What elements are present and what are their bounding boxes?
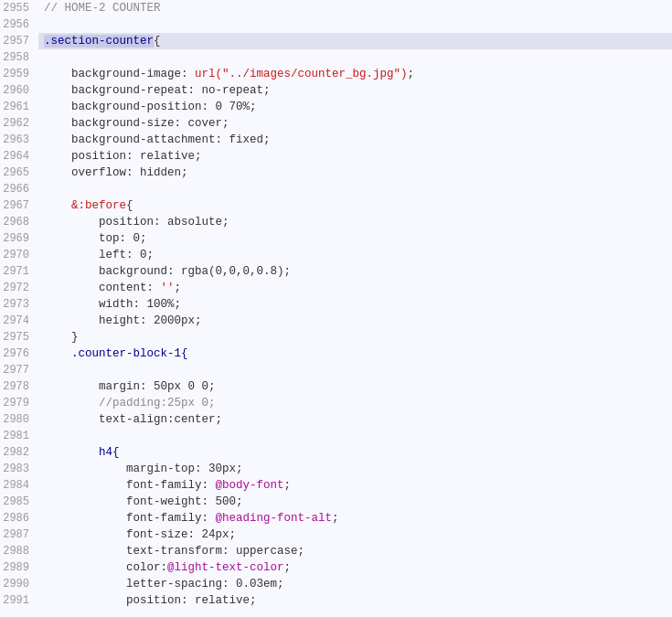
line-content[interactable]: top: 0; [38,230,672,247]
line-content[interactable]: } [38,329,672,346]
code-row: 2976 .counter-block-1{ [0,346,672,362]
line-content[interactable] [38,16,672,33]
code-table: 2955// HOME-2 COUNTER29562957.section-co… [0,0,672,609]
line-number: 2956 [0,16,38,33]
line-number: 2963 [0,132,38,148]
line-content[interactable]: letter-spacing: 0.03em; [38,576,672,592]
line-content[interactable]: .section-counter{ [38,33,672,49]
line-content[interactable] [38,49,672,66]
code-row: 2957.section-counter{ [0,33,672,49]
line-number: 2978 [0,378,38,395]
line-content[interactable]: margin: 50px 0 0; [38,378,672,395]
code-row: 2980 text-align:center; [0,411,672,428]
line-content[interactable]: background-repeat: no-repeat; [38,82,672,99]
line-content[interactable]: h4{ [38,444,672,461]
line-number: 2979 [0,395,38,411]
line-number: 2975 [0,329,38,346]
line-content[interactable]: height: 2000px; [38,313,672,329]
code-row: 2965 overflow: hidden; [0,165,672,181]
line-content[interactable]: font-family: @body-font; [38,477,672,494]
line-content[interactable]: overflow: hidden; [38,165,672,181]
code-row: 2961 background-position: 0 70%; [0,99,672,115]
code-row: 2959 background-image: url("../images/co… [0,66,672,82]
line-content[interactable]: font-weight: 500; [38,494,672,510]
line-content[interactable]: color:@light-text-color; [38,559,672,576]
line-content[interactable]: font-family: @heading-font-alt; [38,510,672,527]
line-number: 2958 [0,49,38,66]
line-content[interactable]: background: rgba(0,0,0,0.8); [38,263,672,280]
code-row: 2986 font-family: @heading-font-alt; [0,510,672,527]
code-row: 2966 [0,181,672,197]
line-number: 2986 [0,510,38,527]
code-row: 2985 font-weight: 500; [0,494,672,510]
line-number: 2985 [0,494,38,510]
line-number: 2977 [0,362,38,378]
line-number: 2967 [0,197,38,214]
code-row: 2967 &:before{ [0,197,672,214]
line-content[interactable] [38,362,672,378]
line-number: 2972 [0,280,38,296]
line-content[interactable]: background-attachment: fixed; [38,132,672,148]
code-row: 2964 position: relative; [0,148,672,165]
line-number: 2961 [0,99,38,115]
line-number: 2962 [0,115,38,132]
line-content[interactable]: position: relative; [38,592,672,609]
code-row: 2982 h4{ [0,444,672,461]
code-row: 2987 font-size: 24px; [0,527,672,543]
line-content[interactable]: position: relative; [38,148,672,165]
code-row: 2962 background-size: cover; [0,115,672,132]
code-row: 2955// HOME-2 COUNTER [0,0,672,16]
line-content[interactable]: // HOME-2 COUNTER [38,0,672,16]
line-content[interactable]: //padding:25px 0; [38,395,672,411]
code-row: 2969 top: 0; [0,230,672,247]
line-content[interactable] [38,181,672,197]
line-content[interactable] [38,428,672,444]
line-number: 2965 [0,165,38,181]
line-number: 2981 [0,428,38,444]
line-content[interactable]: background-size: cover; [38,115,672,132]
code-row: 2971 background: rgba(0,0,0,0.8); [0,263,672,280]
line-content[interactable]: &:before{ [38,197,672,214]
line-number: 2971 [0,263,38,280]
line-content[interactable]: content: ''; [38,280,672,296]
line-content[interactable]: background-position: 0 70%; [38,99,672,115]
line-number: 2973 [0,296,38,313]
line-number: 2968 [0,214,38,230]
line-number: 2988 [0,543,38,559]
code-row: 2990 letter-spacing: 0.03em; [0,576,672,592]
line-content[interactable]: text-align:center; [38,411,672,428]
line-content[interactable]: .counter-block-1{ [38,346,672,362]
line-number: 2982 [0,444,38,461]
line-content[interactable]: text-transform: uppercase; [38,543,672,559]
line-number: 2987 [0,527,38,543]
code-row: 2983 margin-top: 30px; [0,461,672,477]
line-number: 2969 [0,230,38,247]
code-row: 2956 [0,16,672,33]
line-number: 2964 [0,148,38,165]
line-content[interactable]: background-image: url("../images/counter… [38,66,672,82]
line-content[interactable]: position: absolute; [38,214,672,230]
line-content[interactable]: font-size: 24px; [38,527,672,543]
code-row: 2968 position: absolute; [0,214,672,230]
line-number: 2976 [0,346,38,362]
code-row: 2958 [0,49,672,66]
line-number: 2959 [0,66,38,82]
editor-container: 2955// HOME-2 COUNTER29562957.section-co… [0,0,672,617]
code-row: 2970 left: 0; [0,247,672,263]
line-content[interactable]: left: 0; [38,247,672,263]
line-number: 2990 [0,576,38,592]
line-number: 2955 [0,0,38,16]
line-content[interactable]: width: 100%; [38,296,672,313]
code-row: 2978 margin: 50px 0 0; [0,378,672,395]
line-number: 2960 [0,82,38,99]
code-row: 2975 } [0,329,672,346]
line-content[interactable]: margin-top: 30px; [38,461,672,477]
line-number: 2980 [0,411,38,428]
code-row: 2984 font-family: @body-font; [0,477,672,494]
code-row: 2979 //padding:25px 0; [0,395,672,411]
line-number: 2983 [0,461,38,477]
line-number: 2989 [0,559,38,576]
code-row: 2972 content: ''; [0,280,672,296]
code-row: 2977 [0,362,672,378]
line-number: 2984 [0,477,38,494]
